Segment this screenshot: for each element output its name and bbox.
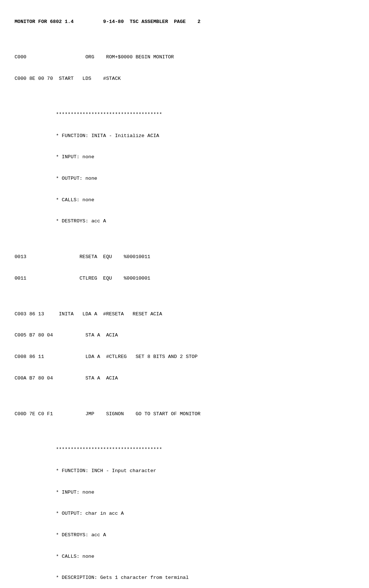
line-ctlreg: 0011 CTLREG EQU %00010001 xyxy=(15,276,150,281)
line-c000-org: C000 ORG ROM+$0000 BEGIN MONITOR xyxy=(15,54,174,60)
comment-stars-1: ************************************ xyxy=(15,112,162,117)
comment-output-1: * OUTPUT: none xyxy=(15,176,97,181)
line-c005-sta: C005 B7 80 04 STA A ACIA xyxy=(15,332,118,338)
comment-stars-2: ************************************ xyxy=(15,447,162,452)
comment-input-1: * INPUT: none xyxy=(15,154,94,160)
comment-destroys-1: * DESTROYS: acc A xyxy=(15,218,106,224)
line-c00a-sta: C00A B7 80 04 STA A ACIA xyxy=(15,375,118,381)
line-c003-lda: C003 86 13 INITA LDA A #RESETA RESET ACI… xyxy=(15,311,162,317)
comment-function-inita: * FUNCTION: INITA - Initialize ACIA xyxy=(15,133,159,139)
comment-description: * DESCRIPTION: Gets 1 character from ter… xyxy=(15,575,189,580)
line-c008-lda: C008 86 11 LDA A #CTLREG SET 8 BITS AND … xyxy=(15,354,197,359)
comment-output-2: * OUTPUT: char in acc A xyxy=(15,511,124,516)
line-reseta: 0013 RESETA EQU %00010011 xyxy=(15,254,150,260)
line-c00d-jmp: C00D 7E C0 F1 JMP SIGNON GO TO START OF … xyxy=(15,411,200,417)
line-c000-lds: C000 8E 00 70 START LDS #STACK xyxy=(15,76,121,81)
comment-input-2: * INPUT: none xyxy=(15,490,94,495)
comment-function-inch: * FUNCTION: INCH - Input character xyxy=(15,468,156,474)
page-header: MONITOR FOR 6802 1.4 9-14-80 TSC ASSEMBL… xyxy=(15,19,200,24)
comment-calls-2: * CALLS: none xyxy=(15,554,94,559)
comment-calls-1: * CALLS: none xyxy=(15,197,94,203)
page-content: MONITOR FOR 6802 1.4 9-14-80 TSC ASSEMBL… xyxy=(15,11,354,588)
comment-destroys-2: * DESTROYS: acc A xyxy=(15,532,106,538)
